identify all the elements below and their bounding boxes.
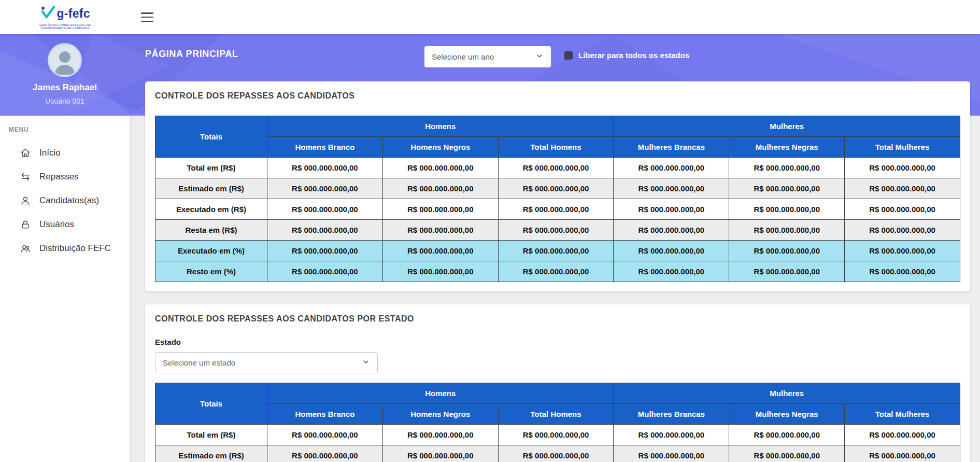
table-cell: R$ 000.000.000,00 [729,178,845,199]
sidebar-menu: MENU Início Repasses [0,116,130,462]
table-cell: R$ 000.000.000,00 [498,158,614,178]
sidebar-item-distribuicao-fefc[interactable]: Distribuição FEFC [0,236,130,260]
sidebar-item-repasses[interactable]: Repasses [0,165,130,189]
column-header: Total Mulheres [845,404,960,425]
table-cell: R$ 000.000.000,00 [382,261,498,282]
table-row: Total em (R$) R$ 000.000.000,00 R$ 000.0… [155,425,960,445]
hamburger-icon[interactable] [141,12,153,22]
sidebar-user-panel: James Raphael Usuário 001 [0,34,130,116]
user-role: Usuário 001 [45,97,84,105]
table-cell: R$ 000.000.000,00 [382,178,498,199]
topbar: g-fefc GESTÃO DO FUNDO ESPECIAL DE FINAN… [0,0,980,34]
table-column-header-row: Homens Branco Homens Negros Total Homens… [155,137,960,158]
table-cell: R$ 000.000.000,00 [267,220,383,241]
sidebar-item-candidatos[interactable]: Candidatos(as) [0,189,130,213]
table-cell: R$ 000.000.000,00 [498,178,614,199]
table-row: Resto em (%) R$ 000.000.000,00 R$ 000.00… [155,261,960,282]
group-header-mulheres: Mulheres [614,383,960,404]
table-cell: R$ 000.000.000,00 [729,199,845,220]
group-header-mulheres: Mulheres [614,116,960,137]
table-cell: R$ 000.000.000,00 [845,261,960,282]
row-header: Resta em (R$) [155,220,267,241]
liberar-checkbox-label: Liberar para todos os estados [578,51,689,60]
row-header: Resto em (%) [155,261,267,282]
table-cell: R$ 000.000.000,00 [267,425,383,445]
chevron-down-icon [535,52,544,62]
sidebar-item-label: Usuários [39,219,74,230]
main-content: PÁGINA PRINCIPAL Selecione um ano Libera… [130,34,980,462]
table-row: Executado em (%) R$ 000.000.000,00 R$ 00… [155,241,960,261]
year-select[interactable]: Selecione um ano [424,46,551,67]
table-cell: R$ 000.000.000,00 [382,158,498,178]
table-cell: R$ 000.000.000,00 [614,261,729,282]
table-cell: R$ 000.000.000,00 [729,261,845,282]
table-corner-header: Totais [155,116,267,158]
table-cell: R$ 000.000.000,00 [729,425,845,445]
sidebar-item-label: Repasses [39,172,79,182]
sidebar-item-inicio[interactable]: Início [0,141,130,165]
table-cell: R$ 000.000.000,00 [729,220,845,241]
home-icon [20,147,31,159]
card-repasses-candidatos: CONTROLE DOS REPASSES AOS CANDIDATOS Tot… [145,81,970,291]
table-cell: R$ 000.000.000,00 [614,178,729,199]
transfer-icon [20,171,31,183]
table-cell: R$ 000.000.000,00 [614,158,729,178]
row-header: Total em (R$) [155,425,267,445]
table-row: Estimado em (R$) R$ 000.000.000,00 R$ 00… [155,178,960,199]
table-cell: R$ 000.000.000,00 [382,241,498,261]
liberar-checkbox[interactable] [564,51,573,60]
logo-subtitle: GESTÃO DO FUNDO ESPECIAL DE FINANCIAMENT… [39,23,91,30]
menu-section-label: MENU [9,126,130,133]
group-header-homens: Homens [267,383,614,404]
table-cell: R$ 000.000.000,00 [267,199,383,220]
sidebar: James Raphael Usuário 001 MENU Início [0,34,130,462]
lock-icon [20,219,31,230]
table-cell: R$ 000.000.000,00 [382,425,498,445]
group-header-homens: Homens [267,116,614,137]
table-cell: R$ 000.000.000,00 [498,241,614,261]
table-cell: R$ 000.000.000,00 [845,220,960,241]
table-row: Resta em (R$) R$ 000.000.000,00 R$ 000.0… [155,220,960,241]
year-select-value: Selecione um ano [432,52,494,61]
row-header: Estimado em (R$) [155,178,267,199]
app-logo[interactable]: g-fefc GESTÃO DO FUNDO ESPECIAL DE FINAN… [39,5,91,30]
group-icon [20,243,31,254]
estado-select[interactable]: Selecione um estado [155,352,378,373]
table-cell: R$ 000.000.000,00 [729,445,845,462]
table-cell: R$ 000.000.000,00 [845,241,960,261]
table-cell: R$ 000.000.000,00 [382,220,498,241]
column-header: Mulheres Negras [729,404,845,425]
row-header: Estimado em (R$) [155,445,267,462]
table-column-header-row: Homens Branco Homens Negros Total Homens… [155,404,960,425]
person-icon [20,195,31,206]
column-header: Homens Negros [382,137,498,158]
column-header: Total Homens [498,404,614,425]
estado-label: Estado [155,338,960,347]
sidebar-item-label: Início [39,148,61,158]
table-row: Executado em (R$) R$ 000.000.000,00 R$ 0… [155,199,960,220]
table-cell: R$ 000.000.000,00 [267,158,383,178]
table-cell: R$ 000.000.000,00 [498,220,614,241]
table-cell: R$ 000.000.000,00 [845,178,960,199]
column-header: Mulheres Brancas [614,137,729,158]
table-cell: R$ 000.000.000,00 [498,261,614,282]
logo-text: g-fefc [56,7,90,21]
sidebar-item-label: Candidatos(as) [39,195,99,206]
table-cell: R$ 000.000.000,00 [614,425,729,445]
table-cell: R$ 000.000.000,00 [845,199,960,220]
table-cell: R$ 000.000.000,00 [614,445,729,462]
table-cell: R$ 000.000.000,00 [614,220,729,241]
sidebar-item-usuarios[interactable]: Usuários [0,213,130,236]
table-cell: R$ 000.000.000,00 [498,425,614,445]
table-corner-header: Totais [155,383,267,425]
table-cell: R$ 000.000.000,00 [729,241,845,261]
table-group-header-row: Totais Homens Mulheres [155,383,960,404]
table-cell: R$ 000.000.000,00 [845,425,960,445]
row-header: Executado em (R$) [155,199,267,220]
sidebar-item-label: Distribuição FEFC [39,243,111,254]
table-cell: R$ 000.000.000,00 [729,158,845,178]
table-cell: R$ 000.000.000,00 [845,445,960,462]
page-header: PÁGINA PRINCIPAL Selecione um ano Libera… [145,34,970,81]
user-photo [49,45,80,76]
card-repasses-por-estado: CONTROLE DOS REPASSES AOS CANDIDATOS POR… [145,304,970,462]
